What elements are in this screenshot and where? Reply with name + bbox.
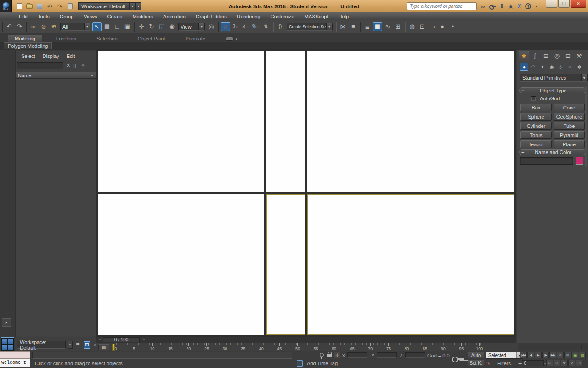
close-button[interactable]: ✕ — [571, 0, 586, 8]
undo-dropdown-icon[interactable]: ▾ — [51, 5, 52, 8]
unlink-selection-icon[interactable]: ⊘ — [39, 22, 48, 31]
primitive-button[interactable]: Pyramid — [554, 131, 585, 139]
time-slider-handle[interactable] — [112, 344, 115, 351]
menu-item[interactable]: Tools — [33, 14, 55, 19]
primitive-button[interactable]: Cylinder — [520, 122, 552, 130]
angle-snap-icon[interactable]: ∡∩ — [241, 22, 250, 31]
systems-icon[interactable]: ✲ — [575, 63, 583, 71]
polygon-modeling-panel-tab[interactable]: Polygon Modeling — [4, 42, 52, 49]
auto-key-button[interactable]: Auto — [468, 352, 484, 358]
panel-scrollbar[interactable] — [585, 86, 587, 167]
ribbon-tab[interactable]: Selection — [90, 35, 124, 42]
motion-tab-icon[interactable]: ◎ — [552, 51, 562, 61]
menu-item[interactable]: Group — [55, 14, 79, 19]
layers-stack-icon[interactable]: ≣ — [74, 341, 82, 349]
utilities-tab-icon[interactable]: ⚒ — [574, 51, 584, 61]
next-frame-arrow[interactable]: > — [141, 337, 146, 342]
window-crossing-icon[interactable]: ▣ — [123, 22, 132, 31]
menu-item[interactable]: Edit — [14, 14, 33, 19]
open-file-button[interactable] — [26, 3, 33, 10]
isolate-selection-icon[interactable] — [320, 353, 324, 357]
z-coordinate-field[interactable] — [405, 352, 425, 358]
collapse-icon[interactable]: − — [520, 88, 526, 93]
scene-explorer-toggle-icon[interactable]: ⊞ — [84, 341, 91, 349]
expand-arrow-button[interactable]: ▸ — [2, 318, 11, 327]
viewport-layout-tab-button[interactable] — [1, 337, 14, 351]
render-production-icon[interactable]: ● — [438, 22, 447, 31]
ribbon-grip[interactable] — [0, 34, 2, 42]
workspace-selector-value[interactable]: Workspace: Default — [78, 2, 130, 10]
toolbar-grip[interactable] — [1, 22, 3, 32]
schematic-view-icon[interactable]: ⊞ — [393, 22, 402, 31]
maxscript-listener-line[interactable]: Welcome t — [0, 359, 30, 367]
redo-dropdown-icon[interactable]: ▾ — [61, 5, 62, 8]
workspace-selector-arrow-icon[interactable]: ▾ — [130, 2, 136, 10]
mirror-icon[interactable]: ⋈ — [339, 22, 348, 31]
primitive-button[interactable]: Sphere — [520, 113, 552, 121]
zoom-all-icon[interactable]: ⊞ — [564, 352, 571, 358]
menu-item[interactable]: Rendering — [232, 14, 266, 19]
menu-item[interactable]: Customize — [266, 14, 300, 19]
menu-item[interactable]: Graph Editors — [191, 14, 232, 19]
y-coordinate-field[interactable] — [377, 352, 397, 358]
primitive-button[interactable]: Tube — [554, 122, 585, 130]
cameras-icon[interactable]: ◉ — [548, 63, 556, 71]
autogrid-checkbox[interactable] — [531, 96, 536, 101]
clear-search-icon[interactable]: ✕ — [66, 63, 70, 69]
help-dropdown-icon[interactable]: ▾ — [535, 5, 537, 8]
curve-editor-icon[interactable]: ∿ — [383, 22, 392, 31]
next-frame-button[interactable]: |▶ — [542, 352, 549, 358]
material-editor-icon[interactable]: ◍ — [407, 22, 417, 31]
zoom-extents-icon[interactable]: ▣ — [571, 352, 578, 358]
minimize-button[interactable]: – — [546, 0, 557, 8]
shapes-icon[interactable]: ◠ — [529, 63, 537, 71]
render-setup-icon[interactable]: ⊡ — [418, 22, 427, 31]
named-selection-dropdown[interactable]: Create Selection Se ▼ — [287, 23, 333, 31]
explorer-menu-item[interactable]: Edit — [67, 53, 75, 59]
primitive-button[interactable]: Plane — [554, 140, 585, 148]
save-file-button[interactable] — [36, 3, 43, 10]
viewport-bottom-left[interactable] — [98, 194, 264, 335]
pan-icon[interactable]: ✛ — [561, 360, 568, 366]
align-icon[interactable]: ≡ — [349, 22, 358, 31]
viewport-bottom-right-active[interactable] — [307, 194, 514, 335]
percent-snap-icon[interactable]: %∩ — [251, 22, 260, 31]
select-by-name-icon[interactable]: ▤ — [102, 22, 112, 31]
set-keys-icon[interactable] — [452, 356, 466, 363]
app-menu-button[interactable]: MAX — [0, 0, 12, 12]
select-scale-icon[interactable]: ◱ — [157, 22, 166, 31]
snap-3d-icon[interactable]: 3∩ — [231, 22, 240, 31]
object-color-swatch[interactable] — [576, 157, 583, 165]
key-filter-curve-icon[interactable]: ∿ — [486, 360, 491, 366]
workspace-split-arrow-icon[interactable]: ▼ — [136, 2, 141, 10]
rectangular-selection-icon[interactable]: □ — [113, 22, 122, 31]
viewport-bottom-middle-active[interactable] — [266, 194, 305, 335]
ribbon-tab[interactable]: Populate — [179, 35, 211, 42]
select-rotate-icon[interactable]: ↻ — [147, 22, 156, 31]
object-name-field[interactable] — [520, 157, 573, 165]
workspace-dropdown[interactable]: Workspace: Default — [17, 341, 66, 349]
spacewarps-icon[interactable]: ≋ — [566, 63, 574, 71]
render-iterative-icon[interactable]: ◔ — [448, 22, 457, 31]
rendered-frame-window-icon[interactable]: ▭ — [428, 22, 437, 31]
lights-icon[interactable]: ✦ — [538, 63, 547, 71]
spinner-snap-icon[interactable]: ⇅ — [261, 22, 271, 31]
project-folder-button[interactable] — [66, 3, 74, 10]
primitive-button[interactable]: GeoSphere — [554, 113, 585, 121]
snaps-toggle-icon[interactable]: ∩ — [221, 22, 230, 31]
bind-spacewarp-icon[interactable]: ≋ — [49, 22, 58, 31]
undo-button[interactable]: ↶▾ — [46, 3, 53, 10]
app-store-icon[interactable]: ⇩ — [500, 4, 504, 9]
primitive-category-dropdown[interactable]: Standard Primitives ▼ — [520, 74, 588, 82]
create-tab-icon[interactable]: ✱ — [519, 51, 529, 61]
sort-ascending-icon[interactable]: ▲ — [90, 74, 94, 77]
primitive-button[interactable]: Torus — [520, 131, 552, 139]
selection-set-dropdown[interactable]: Selected ▼ — [486, 352, 523, 359]
maxscript-listener-macro-line[interactable] — [0, 351, 30, 359]
named-selection-sets-icon[interactable]: {} — [276, 22, 285, 31]
select-object-icon[interactable]: ↖ — [92, 22, 102, 31]
viewport-top-middle[interactable] — [266, 51, 305, 192]
search-icon[interactable]: ∞ — [481, 4, 485, 9]
redo-icon[interactable]: ↷ — [15, 22, 24, 31]
object-type-rollout-header[interactable]: − Object Type — [519, 87, 586, 93]
